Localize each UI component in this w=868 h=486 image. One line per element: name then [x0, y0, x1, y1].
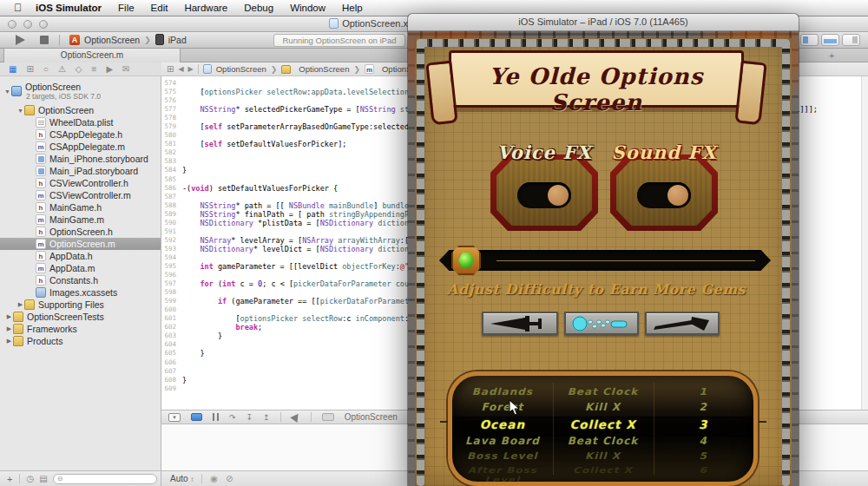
sound-fx-toggle[interactable] [637, 182, 691, 208]
weapon-axe-button[interactable] [645, 312, 720, 335]
picker-cell[interactable]: Badlands [452, 386, 553, 397]
picker-cell[interactable]: Boss Level [452, 450, 553, 462]
toggle-utilities-button[interactable] [842, 34, 860, 46]
tab-optionscreen-m[interactable]: OptionScreen.m [3, 49, 181, 62]
picker-cell[interactable]: Collect X [553, 417, 654, 431]
picker-cell[interactable]: After Boss Level [452, 465, 553, 484]
app-menu-title[interactable]: iOS Simulator [36, 3, 102, 13]
add-file-button[interactable]: + [7, 474, 12, 484]
picker-row-2-selected[interactable]: OceanCollect X3 [452, 417, 753, 431]
picker-cell[interactable]: Ocean [452, 417, 553, 431]
close-window-button[interactable] [8, 20, 16, 29]
navigator-item-optionscreen-h[interactable]: hOptionScreen.h [0, 226, 161, 238]
toggle-navigator-button[interactable] [800, 34, 819, 46]
voice-fx-toggle[interactable] [517, 182, 571, 208]
picker-cell[interactable]: 6 [653, 465, 753, 484]
picker-cell[interactable]: Beat Clock [553, 435, 654, 447]
navigator-filter-field[interactable]: ⊖ [53, 474, 157, 484]
navigator-item-csviewcontroller-h[interactable]: hCSViewController.h [0, 177, 161, 189]
breakpoint-navigator-icon[interactable]: ▶ [106, 64, 113, 74]
toggle-debug-area-button[interactable] [821, 34, 839, 46]
level-picker-wheel[interactable]: BadlandsBeat Clock1ForestKill X2OceanCol… [448, 371, 758, 486]
picker-cell[interactable]: Forest [452, 401, 553, 413]
back-arrow-icon[interactable]: ◀ [178, 65, 183, 73]
step-over-button[interactable]: ↷ [229, 413, 236, 422]
simulate-location-button[interactable] [290, 411, 301, 423]
navigator-item-appdata-m[interactable]: mAppData.m [0, 262, 161, 274]
picker-row-3[interactable]: Lava BoardBeat Clock4 [452, 435, 753, 447]
jumpbar-crumb-project[interactable]: OptionScreen [216, 64, 266, 74]
navigator-item-csappdelegate-h[interactable]: hCSAppDelegate.h [0, 128, 161, 141]
navigator-item-main-iphone-storyboard[interactable]: Main_iPhone.storyboard [0, 153, 161, 165]
difficulty-slider[interactable] [439, 248, 771, 273]
watch-eye-icon[interactable]: ◉ [210, 474, 218, 483]
project-navigator-icon[interactable]: ▦ [9, 64, 16, 74]
picker-cell[interactable]: Beat Clock [553, 386, 654, 397]
picker-cell[interactable]: 2 [653, 401, 753, 413]
apple-menu-icon[interactable]:  [14, 2, 22, 14]
related-items-icon[interactable]: ⊞ [167, 64, 174, 74]
menu-item-hardware[interactable]: Hardware [184, 3, 227, 13]
menu-item-edit[interactable]: Edit [151, 3, 168, 13]
menu-item-window[interactable]: Window [290, 3, 326, 13]
hide-debug-area-button[interactable]: ▼ [168, 413, 181, 422]
navigator-item-optionscreen[interactable]: ▼OptionScreen [0, 104, 161, 116]
navigator-item-csappdelegate-m[interactable]: mCSAppDelegate.m [0, 141, 161, 153]
recent-files-icon[interactable]: ◷ [26, 474, 34, 483]
navigator-item-frameworks[interactable]: ▶Frameworks [0, 323, 161, 335]
scm-status-icon[interactable]: ▤ [39, 474, 47, 483]
navigator-item-images-xcassets[interactable]: Images.xcassets [0, 286, 161, 299]
picker-cell[interactable]: Kill X [553, 401, 654, 413]
navigator-item-csviewcontroller-m[interactable]: mCSViewController.m [0, 189, 161, 201]
navigator-item-appdata-h[interactable]: hAppData.h [0, 250, 161, 262]
picker-row-4[interactable]: Boss LevelKill X5 [452, 450, 753, 462]
menu-item-debug[interactable]: Debug [244, 3, 273, 13]
debug-navigator-icon[interactable]: ≡ [92, 64, 97, 74]
navigator-item-maingame-m[interactable]: mMainGame.m [0, 213, 161, 226]
run-button[interactable] [16, 35, 25, 45]
breakpoints-toggle-button[interactable] [191, 413, 202, 421]
scheme-selector[interactable]: A OptionScreen ❯ iPad [69, 34, 187, 45]
picker-row-0[interactable]: BadlandsBeat Clock1 [452, 386, 753, 397]
navigator-item-wheeldata-plist[interactable]: WheelData.plist [0, 116, 161, 128]
navigator-item-optionscreentests[interactable]: ▶OptionScreenTests [0, 311, 161, 323]
navigator-item-main-ipad-storyboard[interactable]: Main_iPad.storyboard [0, 165, 161, 177]
picker-cell[interactable]: 1 [653, 386, 753, 397]
slider-gem-thumb[interactable] [451, 246, 481, 275]
picker-cell[interactable]: 5 [653, 450, 753, 462]
navigator-item-optionscreen-m[interactable]: mOptionScreen.m [0, 238, 161, 250]
picker-cell[interactable]: Collect X [553, 465, 654, 484]
jumpbar-crumb-group[interactable]: OptionScreen [299, 64, 349, 74]
weapon-sword-button[interactable] [482, 312, 558, 335]
menu-item-file[interactable]: File [118, 3, 135, 13]
new-tab-button[interactable]: + [829, 49, 834, 62]
stop-button[interactable] [40, 36, 49, 44]
editor-scrollbar[interactable] [861, 76, 868, 410]
picker-cell[interactable]: 3 [653, 417, 753, 431]
navigator-item-supporting-files[interactable]: ▶Supporting Files [0, 299, 161, 311]
ios-simulator-window[interactable]: iOS Simulator – iPad / iOS 7.0 (11A465) … [408, 14, 799, 486]
clear-console-icon[interactable]: ⊘ [226, 474, 233, 483]
forward-arrow-icon[interactable]: ▶ [188, 65, 194, 73]
test-navigator-icon[interactable]: ◇ [76, 64, 82, 74]
picker-cell[interactable]: Lava Board [452, 435, 553, 447]
pause-button[interactable] [213, 413, 219, 421]
navigator-item-products[interactable]: ▶Products [0, 335, 161, 347]
picker-cell[interactable]: 4 [653, 435, 753, 447]
navigator-item-maingame-h[interactable]: hMainGame.h [0, 201, 161, 213]
navigator-item-constants-h[interactable]: hConstants.h [0, 274, 161, 286]
picker-row-1[interactable]: ForestKill X2 [452, 401, 753, 413]
menu-item-help[interactable]: Help [342, 3, 363, 13]
symbol-navigator-icon[interactable]: ⊞ [26, 64, 33, 74]
issue-navigator-icon[interactable]: ⚠ [58, 64, 66, 74]
log-navigator-icon[interactable]: ✉ [122, 64, 129, 74]
variables-scope-select[interactable]: Auto ↕ [170, 474, 194, 483]
picker-row-5[interactable]: After Boss LevelCollect X6 [452, 465, 753, 484]
minimize-window-button[interactable] [23, 20, 32, 29]
step-out-button[interactable]: ↥ [263, 413, 270, 422]
search-navigator-icon[interactable]: ○ [43, 64, 49, 74]
weapon-flail-button[interactable] [564, 312, 639, 335]
zoom-window-button[interactable] [39, 20, 48, 29]
step-into-button[interactable]: ↧ [247, 413, 253, 422]
simulator-titlebar[interactable]: iOS Simulator – iPad / iOS 7.0 (11A465) [408, 14, 799, 31]
